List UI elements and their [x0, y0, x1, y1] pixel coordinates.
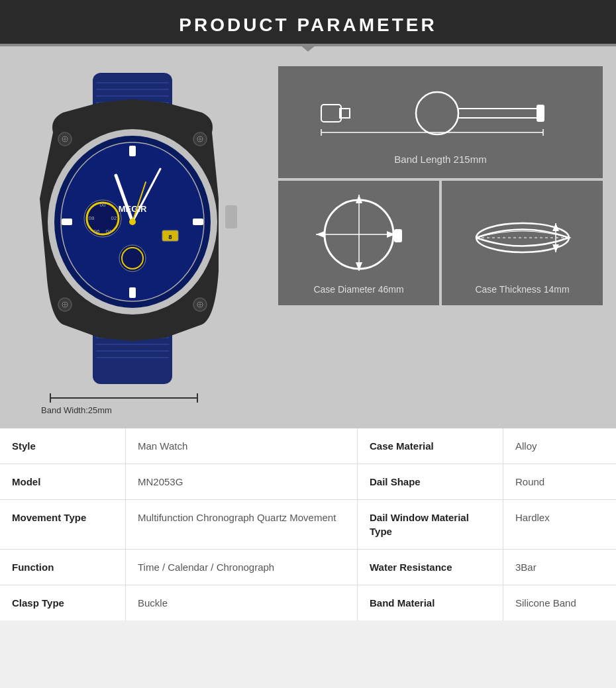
- spec-value-right: Round: [503, 464, 616, 499]
- band-width-indicator: [13, 393, 265, 403]
- spec-value-right: Alloy: [503, 428, 616, 464]
- case-diameter-svg: [299, 191, 419, 277]
- svg-rect-66: [394, 229, 402, 242]
- spec-label-left: Movement Type: [0, 500, 126, 549]
- spec-value-right: Hardlex: [503, 500, 616, 549]
- case-thickness-label: Case Thickness 14mm: [475, 284, 569, 295]
- svg-rect-13: [225, 205, 237, 228]
- spec-value-left: Man Watch: [126, 428, 358, 464]
- svg-point-58: [505, 111, 509, 115]
- band-length-diagram: Band Length 215mm: [278, 66, 603, 178]
- spec-value-left: Time / Calendar / Chronograph: [126, 550, 358, 585]
- spec-label-right: Dail Shape: [358, 464, 503, 499]
- header-divider: [0, 44, 616, 46]
- table-row: Clasp Type Buckle Band Material Silicone…: [0, 585, 616, 620]
- svg-point-60: [522, 111, 526, 115]
- spec-label-left: Function: [0, 550, 126, 585]
- svg-text:04: 04: [106, 228, 112, 234]
- spec-label-right: Band Material: [358, 585, 503, 620]
- band-width-label: Band Width:25mm: [41, 405, 265, 415]
- watch-image: MEGIR 8 00 08 02 06 04: [13, 66, 252, 391]
- page-header: PRODUCT PARAMETER: [0, 0, 616, 46]
- table-row: Movement Type Multifunction Chronograph …: [0, 500, 616, 550]
- watch-section: MEGIR 8 00 08 02 06 04: [13, 66, 265, 415]
- spec-value-left: Multifunction Chronograph Quartz Movemen…: [126, 500, 358, 549]
- svg-text:8: 8: [168, 234, 172, 240]
- spec-label-left: Clasp Type: [0, 585, 126, 620]
- spec-value-left: MN2053G: [126, 464, 358, 499]
- svg-marker-71: [316, 231, 325, 238]
- table-row: Model MN2053G Dail Shape Round: [0, 464, 616, 500]
- svg-marker-68: [356, 195, 362, 203]
- spec-label-right: Dail Window Material Type: [358, 500, 503, 549]
- svg-text:MEGIR: MEGIR: [119, 204, 147, 214]
- case-thickness-svg: [463, 191, 582, 277]
- spec-label-left: Style: [0, 428, 126, 464]
- specs-table: Style Man Watch Case Material Alloy Mode…: [0, 428, 616, 620]
- svg-rect-57: [537, 105, 544, 122]
- svg-rect-37: [129, 146, 136, 156]
- page-title: PRODUCT PARAMETER: [0, 15, 616, 36]
- svg-text:02: 02: [111, 215, 117, 221]
- svg-point-55: [416, 92, 458, 134]
- svg-point-52: [129, 219, 136, 225]
- svg-point-34: [119, 245, 146, 271]
- case-thickness-diagram: Case Thickness 14mm: [442, 181, 603, 305]
- spec-value-right: Silicone Band: [503, 585, 616, 620]
- table-row: Function Time / Calendar / Chronograph W…: [0, 550, 616, 585]
- case-diameter-label: Case Diameter 46mm: [313, 284, 403, 295]
- svg-text:00: 00: [100, 202, 106, 208]
- main-content: MEGIR 8 00 08 02 06 04: [0, 46, 616, 428]
- spec-value-left: Buckle: [126, 585, 358, 620]
- band-length-svg: [291, 79, 590, 146]
- spec-label-right: Water Resistance: [358, 550, 503, 585]
- spec-value-right: 3Bar: [503, 550, 616, 585]
- svg-rect-38: [129, 287, 136, 298]
- band-length-label: Band Length 215mm: [394, 154, 486, 165]
- spec-label-right: Case Material: [358, 428, 503, 464]
- svg-text:08: 08: [89, 215, 95, 221]
- case-diameter-diagram: Case Diameter 46mm: [278, 181, 439, 305]
- svg-point-61: [531, 111, 535, 115]
- case-diagrams: Case Diameter 46mm Case Thickness 14mm: [278, 181, 603, 305]
- svg-text:06: 06: [94, 228, 100, 234]
- table-row: Style Man Watch Case Material Alloy: [0, 428, 616, 464]
- diagram-section: Band Length 215mm: [278, 66, 603, 305]
- svg-point-59: [513, 111, 517, 115]
- svg-rect-53: [321, 105, 341, 122]
- spec-label-left: Model: [0, 464, 126, 499]
- svg-rect-39: [62, 219, 72, 225]
- svg-rect-40: [193, 219, 203, 225]
